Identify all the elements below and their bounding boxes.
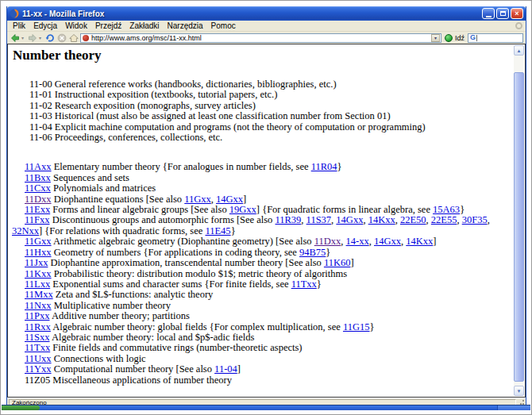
link-11G15[interactable]: 11G15 bbox=[343, 321, 370, 332]
url-text[interactable]: http://www.ams.org/msc/11-xx.html bbox=[91, 34, 431, 42]
page-content: Number theory 11-00 General reference wo… bbox=[7, 44, 526, 398]
close-button[interactable]: × bbox=[511, 8, 523, 19]
link-11Fxx[interactable]: 11Fxx bbox=[25, 214, 50, 225]
url-dropdown-icon[interactable]: ▾ bbox=[431, 34, 440, 42]
link-30F35[interactable]: 30F35 bbox=[462, 214, 488, 225]
msc-class-line: 11Uxx Connections with logic bbox=[12, 354, 501, 364]
link-11Txx[interactable]: 11Txx bbox=[25, 342, 50, 353]
system-tray bbox=[497, 405, 530, 410]
back-dropdown-icon[interactable]: ▾ bbox=[21, 35, 25, 40]
msc-class-line: 11Lxx Exponential sums and character sum… bbox=[12, 279, 501, 290]
back-icon[interactable] bbox=[10, 33, 20, 43]
link-11R04[interactable]: 11R04 bbox=[311, 161, 337, 172]
link-11Kxx[interactable]: 11Kxx bbox=[25, 268, 52, 279]
msc-text: Forms and linear algebraic groups [See a… bbox=[50, 204, 229, 215]
link-11Rxx[interactable]: 11Rxx bbox=[25, 321, 51, 332]
msc-text: Finite fields and commutative rings (num… bbox=[50, 342, 302, 353]
link-11Cxx[interactable]: 11Cxx bbox=[25, 183, 51, 194]
msc-text: Connections with logic bbox=[52, 353, 146, 364]
stop-icon[interactable] bbox=[56, 33, 67, 43]
msc-class-line: 11Z05 Miscellaneous applications of numb… bbox=[12, 375, 501, 386]
link-22E50[interactable]: 22E50 bbox=[400, 214, 426, 225]
link-11Axx[interactable]: 11Axx bbox=[25, 161, 52, 172]
link-11E45[interactable]: 11E45 bbox=[205, 225, 230, 236]
page-title: Number theory bbox=[13, 48, 525, 63]
menu-narzędzia[interactable]: Narzędzia bbox=[164, 21, 207, 30]
msc-class-line: 11Fxx Discontinuous groups and automorph… bbox=[12, 215, 501, 236]
link-11Mxx[interactable]: 11Mxx bbox=[25, 289, 53, 300]
link-11Exx[interactable]: 11Exx bbox=[25, 204, 50, 215]
scrollbar-thumb[interactable] bbox=[514, 72, 524, 382]
link-11Dxx[interactable]: 11Dxx bbox=[25, 194, 52, 205]
menu-zakładki[interactable]: Zakładki bbox=[125, 21, 163, 30]
go-button[interactable]: Idź bbox=[443, 34, 466, 42]
msc-text: Polynomials and matrices bbox=[51, 183, 156, 194]
forward-dropdown-icon[interactable]: ▾ bbox=[39, 35, 43, 40]
scroll-up-icon[interactable]: ▲ bbox=[514, 45, 524, 56]
address-bar[interactable]: http://www.ams.org/msc/11-xx.html ▾ bbox=[80, 33, 441, 43]
link-11R39[interactable]: 11R39 bbox=[275, 214, 301, 225]
msc-text: ] bbox=[433, 236, 436, 247]
msc-text: } bbox=[337, 161, 342, 172]
menu-pomoc[interactable]: Pomoc bbox=[207, 21, 240, 30]
link-11Lxx[interactable]: 11Lxx bbox=[25, 279, 50, 290]
link-14Gxx[interactable]: 14Gxx bbox=[374, 236, 401, 247]
link-11Txx[interactable]: 11Txx bbox=[291, 279, 317, 290]
msc-class-line: 11Cxx Polynomials and matrices bbox=[12, 183, 501, 194]
restore-button[interactable] bbox=[496, 8, 509, 19]
link-11K60[interactable]: 11K60 bbox=[324, 257, 351, 268]
minimize-button[interactable] bbox=[482, 8, 495, 19]
menu-widok[interactable]: Widok bbox=[61, 21, 91, 30]
msc-text: Probabilistic theory: distribution modul… bbox=[52, 268, 348, 279]
link-11S37[interactable]: 11S37 bbox=[306, 214, 332, 225]
msc-class-line: 11Dxx Diophantine equations [See also 11… bbox=[12, 194, 501, 205]
throbber-icon bbox=[515, 22, 522, 29]
link-11-04[interactable]: 11-04 bbox=[214, 363, 237, 375]
link-11Pxx[interactable]: 11Pxx bbox=[25, 310, 50, 321]
link-94B75[interactable]: 94B75 bbox=[299, 247, 326, 258]
menu-przejdź[interactable]: Przejdź bbox=[91, 21, 125, 30]
scroll-down-icon[interactable]: ▼ bbox=[514, 386, 524, 396]
link-11Hxx[interactable]: 11Hxx bbox=[25, 247, 52, 258]
link-11Sxx[interactable]: 11Sxx bbox=[25, 332, 50, 343]
msc-class-line: 11Hxx Geometry of numbers {For applicati… bbox=[12, 248, 501, 258]
menu-edycja[interactable]: Edycja bbox=[29, 21, 61, 30]
link-22E55[interactable]: 22E55 bbox=[431, 214, 457, 225]
link-14Kxx[interactable]: 14Kxx bbox=[368, 214, 395, 225]
taskbar bbox=[2, 405, 530, 410]
search-input[interactable]: G bbox=[468, 33, 523, 43]
title-bar[interactable]: 11-xx - Mozilla Firefox × bbox=[7, 6, 526, 21]
msc-text: } bbox=[317, 279, 322, 290]
vertical-scrollbar[interactable]: ▲ ▼ bbox=[514, 45, 524, 396]
go-label: Idź bbox=[455, 34, 465, 42]
msc-text: Exponential sums and character sums {For… bbox=[50, 279, 291, 290]
link-11Jxx[interactable]: 11Jxx bbox=[25, 257, 48, 268]
link-19Gxx[interactable]: 19Gxx bbox=[229, 204, 256, 215]
link-32Nxx[interactable]: 32Nxx bbox=[12, 225, 39, 236]
start-button[interactable] bbox=[2, 405, 40, 410]
forward-icon[interactable] bbox=[27, 33, 37, 43]
home-icon[interactable] bbox=[68, 33, 79, 43]
link-14Kxx[interactable]: 14Kxx bbox=[406, 236, 433, 247]
msc-general-line: 11-01 Instructional exposition (textbook… bbox=[29, 90, 525, 100]
link-15A63[interactable]: 15A63 bbox=[433, 204, 460, 215]
link-11Nxx[interactable]: 11Nxx bbox=[25, 300, 52, 311]
link-14Gxx[interactable]: 14Gxx bbox=[336, 214, 363, 225]
link-11Dxx[interactable]: 11Dxx bbox=[314, 236, 341, 247]
menu-bar: PlikEdycjaWidokPrzejdźZakładkiNarzędziaP… bbox=[7, 21, 526, 32]
menu-plik[interactable]: Plik bbox=[9, 21, 29, 30]
msc-class-line: 11Sxx Algebraic number theory: local and… bbox=[12, 332, 501, 343]
link-11Uxx[interactable]: 11Uxx bbox=[25, 353, 52, 364]
link-11Gxx[interactable]: 11Gxx bbox=[184, 194, 211, 205]
site-favicon-icon bbox=[83, 35, 89, 41]
msc-class-line: 11Mxx Zeta and $L$-functions: analytic t… bbox=[12, 290, 501, 300]
link-11Bxx[interactable]: 11Bxx bbox=[25, 172, 51, 183]
link-11Gxx[interactable]: 11Gxx bbox=[25, 236, 52, 247]
link-14Gxx[interactable]: 14Gxx bbox=[216, 194, 243, 205]
msc-text: Algebraic number theory: global fields {… bbox=[51, 321, 343, 332]
msc-text: Geometry of numbers {For applications in… bbox=[52, 247, 299, 258]
reload-icon[interactable] bbox=[44, 33, 55, 43]
msc-text: } bbox=[326, 247, 330, 258]
link-14-xx[interactable]: 14-xx bbox=[346, 236, 369, 247]
link-11Yxx[interactable]: 11Yxx bbox=[25, 363, 52, 375]
